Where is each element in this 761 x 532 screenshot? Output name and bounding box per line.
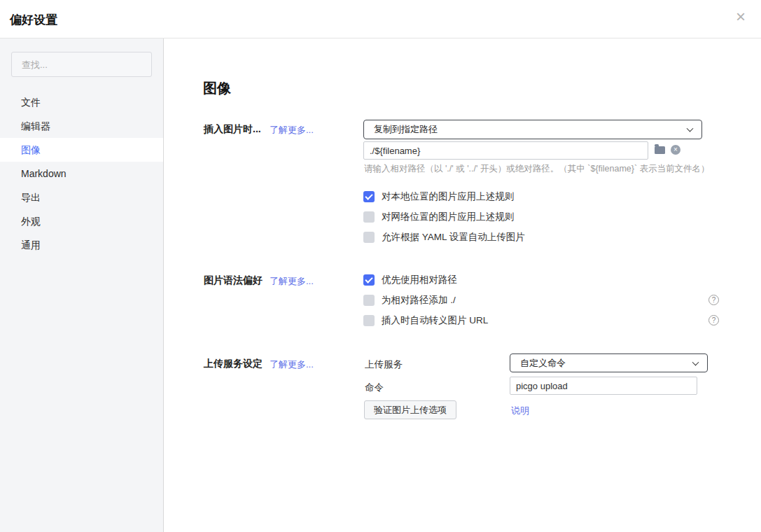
window-title: 偏好设置 <box>10 12 57 28</box>
upload-service-select[interactable]: 自定义命令 <box>510 354 708 372</box>
sidebar-item-general[interactable]: 通用 <box>0 233 163 257</box>
upload-learn-more-link[interactable]: 了解更多... <box>270 358 314 371</box>
window-header: 偏好设置 × <box>0 0 761 38</box>
folder-icon[interactable] <box>655 146 665 154</box>
sidebar-item-export[interactable]: 导出 <box>0 186 163 209</box>
checkbox-box[interactable] <box>363 315 375 326</box>
help-icon[interactable]: ? <box>708 295 719 305</box>
search-input[interactable] <box>11 52 152 77</box>
checkbox-label: 对网络位置的图片应用上述规则 <box>382 211 514 223</box>
command-label: 命令 <box>365 382 384 394</box>
syntax-section-label: 图片语法偏好 <box>204 274 263 287</box>
checkbox-apply-web-images[interactable]: 对网络位置的图片应用上述规则 <box>363 211 514 223</box>
syntax-learn-more-link[interactable]: 了解更多... <box>270 275 314 288</box>
sidebar-item-appearance[interactable]: 外观 <box>0 209 163 233</box>
validate-upload-button[interactable]: 验证图片上传选项 <box>364 400 456 419</box>
checkbox-label: 对本地位置的图片应用上述规则 <box>382 190 514 203</box>
help-icon[interactable]: ? <box>708 315 719 326</box>
upload-doc-link[interactable]: 说明 <box>511 405 529 417</box>
chevron-down-icon <box>687 125 694 132</box>
sidebar-item-editor[interactable]: 编辑器 <box>0 114 163 138</box>
close-icon[interactable]: × <box>736 8 746 25</box>
clear-icon[interactable]: × <box>671 145 680 155</box>
checkbox-box[interactable] <box>363 232 375 243</box>
checkbox-label: 为相对路径添加 ./ <box>382 294 456 307</box>
checkbox-escape-image-url[interactable]: 插入时自动转义图片 URL <box>363 314 488 327</box>
main-panel: 图像 插入图片时... 了解更多... 复制到指定路径 × 请输入相对路径（以 … <box>165 38 761 532</box>
sidebar: 文件 编辑器 图像 Markdown 导出 外观 通用 <box>0 38 164 532</box>
insert-action-value: 复制到指定路径 <box>374 123 438 136</box>
checkbox-box[interactable] <box>363 191 375 202</box>
sidebar-item-image[interactable]: 图像 <box>0 138 163 162</box>
chevron-down-icon <box>692 358 699 365</box>
checkbox-box[interactable] <box>363 274 375 286</box>
checkbox-label: 插入时自动转义图片 URL <box>382 314 488 327</box>
command-input[interactable] <box>510 377 697 395</box>
insert-learn-more-link[interactable]: 了解更多... <box>270 124 314 136</box>
checkbox-label: 优先使用相对路径 <box>382 274 457 286</box>
upload-service-value: 自定义命令 <box>520 357 566 370</box>
sidebar-nav: 文件 编辑器 图像 Markdown 导出 外观 通用 <box>0 90 163 257</box>
page-title: 图像 <box>203 79 231 98</box>
checkbox-yaml-auto-upload[interactable]: 允许根据 YAML 设置自动上传图片 <box>363 231 525 244</box>
checkbox-add-dot-slash[interactable]: 为相对路径添加 ./ <box>363 294 456 307</box>
insert-action-select[interactable]: 复制到指定路径 <box>363 120 702 139</box>
checkbox-box[interactable] <box>363 211 375 223</box>
sidebar-item-markdown[interactable]: Markdown <box>0 162 163 186</box>
path-input[interactable] <box>363 141 648 160</box>
sidebar-item-file[interactable]: 文件 <box>0 90 163 114</box>
upload-section-label: 上传服务设定 <box>204 358 263 370</box>
checkbox-label: 允许根据 YAML 设置自动上传图片 <box>382 231 525 244</box>
path-hint: 请输入相对路径（以 './' 或 '../' 开头）或绝对路径。（其中 `${f… <box>364 163 710 175</box>
checkbox-apply-local-images[interactable]: 对本地位置的图片应用上述规则 <box>363 190 514 203</box>
checkbox-box[interactable] <box>363 295 375 306</box>
insert-section-label: 插入图片时... <box>204 123 261 136</box>
upload-service-label: 上传服务 <box>365 358 403 371</box>
checkbox-prefer-relative-path[interactable]: 优先使用相对路径 <box>363 274 457 286</box>
